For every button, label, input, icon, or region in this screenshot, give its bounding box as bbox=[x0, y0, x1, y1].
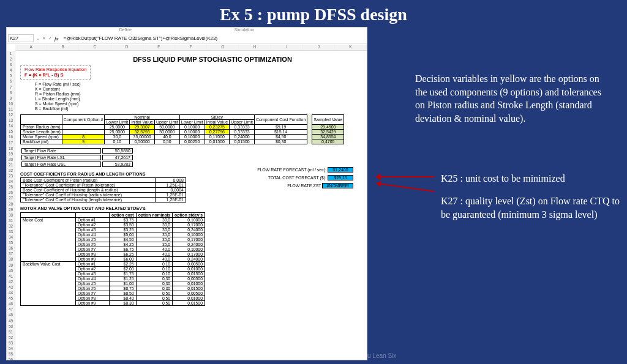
enter-icon[interactable]: ✓ bbox=[48, 36, 52, 41]
footer-watermark: service du Lean Six bbox=[343, 352, 396, 359]
column-headers: ABCDEFGHIJK bbox=[15, 45, 367, 51]
annotation-decision-vars: Decision variables in yellow are the opt… bbox=[415, 72, 611, 125]
forecast-outputs: FLOW RATE FORECAST (ml / sec): 51,2400TO… bbox=[257, 167, 353, 191]
excel-screenshot: Define Simulation K27 ⌄ ✕ ✓ fx =@RiskOut… bbox=[6, 27, 367, 360]
annotation-k27: K27 : quality level (Zst) on Flow rate C… bbox=[441, 195, 625, 221]
sheet-title: DFSS LIQUID PUMP STOCHASTIC OPTIMIZATION bbox=[59, 56, 366, 63]
arrow-k25 bbox=[377, 176, 435, 177]
worksheet: DFSS LIQUID PUMP STOCHASTIC OPTIMIZATION… bbox=[17, 51, 366, 358]
name-box[interactable]: K27 bbox=[8, 34, 34, 42]
formula-input[interactable]: =@RiskOutput("FLOW RATE O32Sigma ST")+@R… bbox=[61, 35, 367, 41]
equation-box: Flow Rate Response Equation F = (K × R²L… bbox=[20, 65, 91, 80]
options-section-title: MOTOR AND VALVE OPTION COST AND RELATED … bbox=[20, 206, 366, 211]
fx-icon[interactable]: fx bbox=[54, 35, 59, 42]
variable-definitions: F = Flow Rate (ml / sec)K = ConstantR = … bbox=[35, 82, 366, 111]
options-table: option costoption nominalsoption stdev's… bbox=[20, 212, 205, 306]
targets-table: Target Flow Rate50,5850Target Flow Rate … bbox=[20, 147, 134, 168]
main-table: Component Option #NominalStDevComponent … bbox=[20, 114, 344, 144]
slide-title: Ex 5 : pump DFSS design bbox=[0, 0, 627, 27]
ribbon-tab-simulation: Simulation bbox=[235, 28, 255, 34]
row-numbers: 1234567891011121314151617181920212223242… bbox=[7, 51, 15, 360]
formula-bar: K27 ⌄ ✕ ✓ fx =@RiskOutput("FLOW RATE O32… bbox=[7, 34, 367, 43]
cancel-icon[interactable]: ✕ bbox=[42, 36, 46, 41]
ribbon-tab-define: Define bbox=[119, 28, 132, 34]
annotation-k25: K25 : unit cost to be minimized bbox=[441, 172, 625, 185]
namebox-dropdown-icon[interactable]: ⌄ bbox=[36, 36, 40, 41]
arrow-k27 bbox=[378, 183, 435, 192]
coefficients-table: Base Cost Coefficient of Piston (radius)… bbox=[20, 177, 186, 202]
